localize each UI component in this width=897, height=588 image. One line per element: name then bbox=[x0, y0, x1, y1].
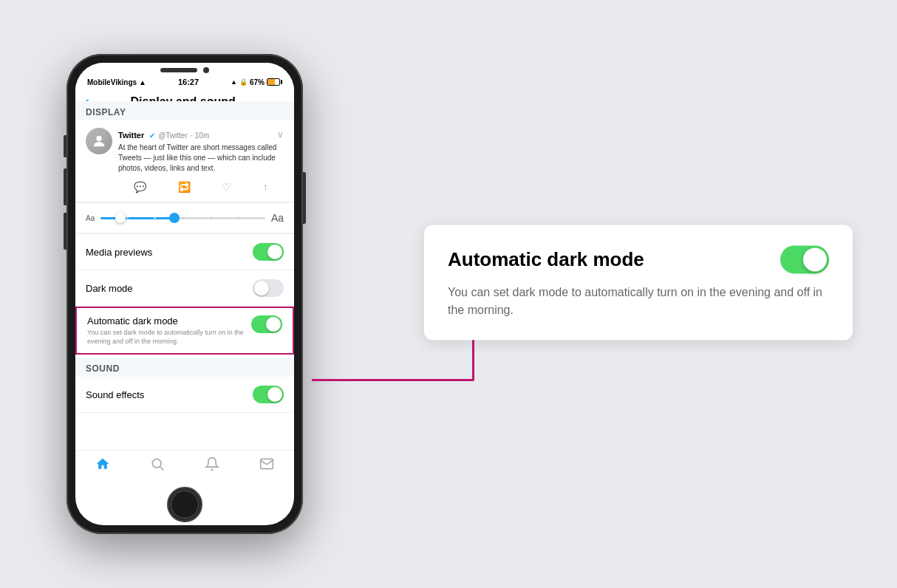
battery-icon bbox=[267, 78, 282, 86]
status-left: MobileVikings ▲ bbox=[87, 78, 146, 86]
tweet-author-info: Twitter ✔ @Twitter · 10m bbox=[118, 128, 209, 141]
search-nav-icon[interactable] bbox=[150, 457, 165, 475]
status-bar: MobileVikings ▲ 16:27 ▲ 🔒 67% bbox=[75, 76, 294, 88]
font-size-slider[interactable] bbox=[100, 217, 265, 219]
media-previews-toggle[interactable] bbox=[253, 243, 284, 261]
notifications-nav-icon[interactable] bbox=[205, 457, 219, 475]
media-previews-label: Media previews bbox=[86, 247, 152, 258]
share-icon[interactable]: ↑ bbox=[263, 181, 268, 193]
mute-button bbox=[64, 135, 66, 157]
like-icon[interactable]: ♡ bbox=[222, 181, 231, 193]
font-size-large-label: Aa bbox=[271, 212, 284, 224]
retweet-icon[interactable]: 🔁 bbox=[178, 181, 191, 193]
svg-line-2 bbox=[160, 467, 164, 471]
home-nav-icon[interactable] bbox=[95, 457, 110, 475]
tweet-more-icon[interactable]: ∨ bbox=[277, 129, 284, 140]
tweet-time-value: 10m bbox=[195, 131, 209, 140]
svg-point-1 bbox=[152, 459, 161, 468]
tweet-header-row: Twitter ✔ @Twitter · 10m ∨ bbox=[118, 128, 284, 141]
connector-line-horiz bbox=[312, 379, 474, 380]
dark-mode-row: Dark mode bbox=[75, 270, 294, 307]
gps-icon: ▲ bbox=[231, 78, 237, 86]
sound-effects-toggle[interactable] bbox=[253, 386, 284, 403]
messages-nav-icon[interactable] bbox=[259, 457, 274, 475]
dark-mode-toggle[interactable] bbox=[253, 279, 284, 297]
auto-dark-mode-label: Automatic dark mode bbox=[87, 315, 251, 327]
svg-point-0 bbox=[96, 136, 101, 141]
toggle-thumb bbox=[267, 245, 282, 259]
reply-icon[interactable]: 💬 bbox=[134, 181, 146, 193]
tweet-preview: Twitter ✔ @Twitter · 10m ∨ At the heart … bbox=[75, 120, 294, 202]
dark-mode-label: Dark mode bbox=[86, 283, 133, 294]
auto-dark-mode-row: Automatic dark mode You can set dark mod… bbox=[75, 307, 294, 355]
home-button-inner bbox=[171, 490, 199, 519]
verified-icon: ✔ bbox=[149, 131, 155, 140]
slider-thumb-min[interactable] bbox=[115, 213, 126, 223]
font-size-row: Aa Aa bbox=[75, 203, 294, 233]
tweet-handle: @Twitter bbox=[158, 131, 188, 140]
power-button bbox=[303, 172, 306, 224]
tweet-body: Twitter ✔ @Twitter · 10m ∨ At the heart … bbox=[118, 128, 284, 194]
tooltip-toggle[interactable] bbox=[780, 245, 829, 273]
toggle-thumb bbox=[267, 387, 282, 402]
phone-top-bar bbox=[75, 63, 294, 76]
wifi-icon: ▲ bbox=[139, 78, 146, 86]
tooltip-card: Automatic dark mode You can set dark mod… bbox=[424, 225, 853, 340]
tweet-avatar bbox=[86, 128, 112, 154]
bottom-nav bbox=[75, 450, 294, 479]
media-previews-row: Media previews bbox=[75, 234, 294, 270]
auto-dark-mode-sub: You can set dark mode to automatically t… bbox=[87, 329, 251, 346]
display-section-header: Display bbox=[75, 101, 294, 120]
font-size-small-label: Aa bbox=[86, 214, 95, 222]
phone-screen: MobileVikings ▲ 16:27 ▲ 🔒 67% ‹ Display … bbox=[75, 63, 294, 525]
auto-dark-mode-info: Automatic dark mode You can set dark mod… bbox=[87, 315, 251, 346]
lock-icon: 🔒 bbox=[239, 78, 248, 86]
screen-content: Display Twitter ✔ @Twitter · bbox=[75, 101, 294, 474]
toggle-thumb bbox=[254, 281, 269, 295]
front-camera bbox=[203, 67, 209, 73]
home-button[interactable] bbox=[167, 487, 202, 522]
sound-effects-row: Sound effects bbox=[75, 377, 294, 413]
tooltip-title-text: Automatic dark mode bbox=[448, 248, 644, 271]
tooltip-description: You can set dark mode to automatically t… bbox=[448, 284, 829, 319]
toggle-thumb bbox=[266, 317, 281, 332]
tooltip-toggle-thumb bbox=[803, 247, 827, 271]
volume-up-button bbox=[64, 168, 66, 205]
slider-fill bbox=[100, 217, 174, 219]
status-time: 16:27 bbox=[178, 78, 199, 86]
battery-percent-text: 67% bbox=[250, 78, 265, 86]
sound-effects-label: Sound effects bbox=[86, 389, 144, 400]
tooltip-title-row: Automatic dark mode bbox=[448, 245, 829, 273]
auto-dark-mode-toggle[interactable] bbox=[251, 315, 282, 333]
volume-down-button bbox=[64, 213, 66, 250]
tweet-text: At the heart of Twitter are short messag… bbox=[118, 143, 284, 174]
phone-speaker bbox=[160, 68, 197, 72]
carrier-text: MobileVikings bbox=[87, 78, 137, 86]
tweet-author: Twitter bbox=[118, 131, 144, 140]
sound-section-header: Sound bbox=[75, 358, 294, 377]
status-right: ▲ 🔒 67% bbox=[231, 78, 282, 86]
phone-device: MobileVikings ▲ 16:27 ▲ 🔒 67% ‹ Display … bbox=[66, 54, 303, 534]
tweet-actions: 💬 🔁 ♡ ↑ bbox=[118, 177, 284, 194]
slider-thumb-current[interactable] bbox=[169, 213, 180, 223]
connector-line-vert bbox=[473, 340, 474, 380]
avatar-placeholder bbox=[86, 128, 112, 154]
